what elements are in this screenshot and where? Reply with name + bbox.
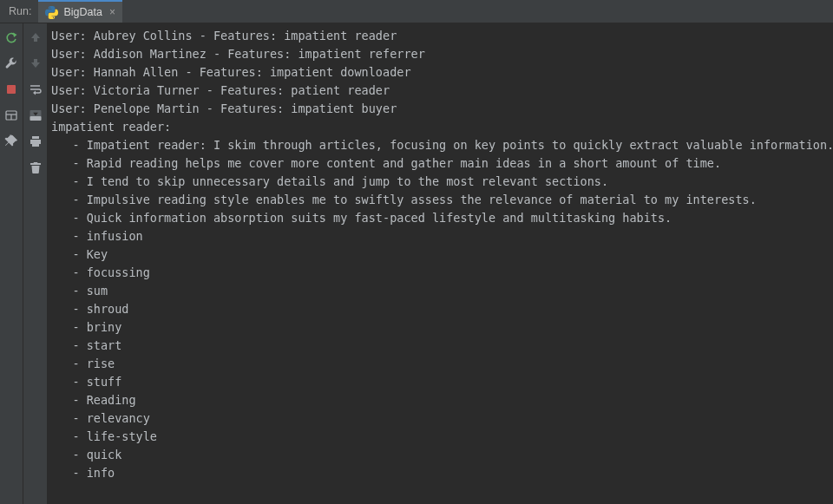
console-line: - shroud	[51, 300, 833, 318]
print-icon	[29, 134, 43, 148]
scroll-end-button[interactable]	[27, 107, 44, 124]
console-line: - start	[51, 337, 833, 355]
console-line: User: Addison Martinez - Features: impat…	[51, 45, 833, 63]
console-line: User: Aubrey Collins - Features: impatie…	[51, 27, 833, 45]
stop-button[interactable]	[3, 81, 20, 98]
arrow-up-icon	[29, 30, 43, 44]
run-label: Run:	[0, 0, 38, 23]
console-gutter-toolbar	[23, 23, 48, 504]
console-line: - infusion	[51, 227, 833, 245]
console-line: User: Victoria Turner - Features: patien…	[51, 82, 833, 100]
console-line: - stuff	[51, 373, 833, 391]
console-line: - Impatient reader: I skim through artic…	[51, 136, 833, 154]
console-line: - relevancy	[51, 409, 833, 428]
console-line: - Impulsive reading style enables me to …	[51, 191, 833, 209]
console-line: - Rapid reading helps me cover more cont…	[51, 154, 833, 173]
pin-button[interactable]	[3, 133, 20, 150]
console-line: - focussing	[51, 264, 833, 282]
console-line: - rise	[51, 355, 833, 373]
rerun-icon	[4, 30, 18, 44]
stop-icon	[4, 82, 18, 96]
run-tool-header: Run: BigData ×	[0, 0, 833, 23]
console-line: - briny	[51, 318, 833, 337]
soft-wrap-icon	[29, 82, 43, 96]
console-line: - life-style	[51, 428, 833, 446]
pin-icon	[4, 134, 18, 148]
console-line: - sum	[51, 282, 833, 300]
run-tab-bigdata[interactable]: BigData ×	[38, 0, 122, 23]
console-line: - Key	[51, 245, 833, 264]
console-line: - Reading	[51, 391, 833, 409]
run-toolbar-left	[0, 23, 23, 504]
wrench-icon	[4, 56, 18, 70]
console-line: - quick	[51, 446, 833, 464]
trash-icon	[29, 160, 43, 174]
scroll-end-icon	[29, 108, 43, 122]
svg-rect-0	[7, 85, 16, 94]
console-line: User: Hannah Allen - Features: impatient…	[51, 63, 833, 82]
close-tab-icon[interactable]: ×	[108, 6, 117, 18]
print-button[interactable]	[27, 133, 44, 150]
console-line: - info	[51, 464, 833, 482]
up-stack-button	[27, 29, 44, 46]
layout-icon	[4, 108, 18, 122]
python-file-icon	[45, 6, 58, 19]
console-output[interactable]: User: Aubrey Collins - Features: impatie…	[48, 23, 833, 504]
rerun-button[interactable]	[3, 29, 20, 46]
console-line: - Quick information absorption suits my …	[51, 209, 833, 227]
console-line: User: Penelope Martin - Features: impati…	[51, 100, 833, 118]
soft-wrap-button[interactable]	[27, 81, 44, 98]
clear-all-button[interactable]	[27, 159, 44, 176]
run-tab-label: BigData	[63, 6, 102, 18]
console-line: impatient reader:	[51, 118, 833, 136]
svg-rect-5	[30, 116, 41, 121]
console-line: - I tend to skip unnecessary details and…	[51, 173, 833, 191]
modify-run-config-button[interactable]	[3, 55, 20, 72]
arrow-down-icon	[29, 56, 43, 70]
down-stack-button	[27, 55, 44, 72]
layout-button[interactable]	[3, 107, 20, 124]
